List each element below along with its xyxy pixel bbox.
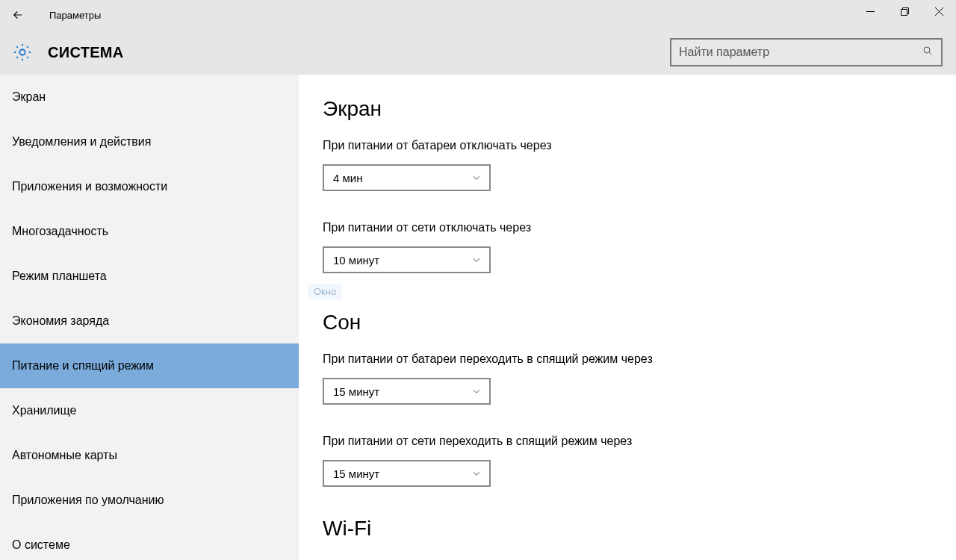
close-button[interactable] bbox=[922, 0, 956, 22]
sidebar-item-4[interactable]: Режим планшета bbox=[0, 254, 299, 299]
section-title-screen: Экран bbox=[323, 97, 956, 121]
sidebar-item-2[interactable]: Приложения и возможности bbox=[0, 164, 299, 209]
sleep-battery-value: 15 минут bbox=[333, 385, 379, 398]
titlebar: Параметры bbox=[0, 0, 956, 30]
header: СИСТЕМА bbox=[0, 30, 956, 75]
screen-ac-label: При питании от сети отключать через bbox=[323, 221, 956, 234]
svg-point-4 bbox=[19, 49, 25, 55]
search-box[interactable] bbox=[670, 38, 943, 66]
chevron-down-icon bbox=[471, 172, 482, 183]
sleep-ac-dropdown[interactable]: 15 минут bbox=[323, 460, 491, 487]
svg-point-5 bbox=[924, 47, 930, 53]
maximize-icon bbox=[901, 7, 909, 16]
screen-battery-dropdown[interactable]: 4 мин bbox=[323, 164, 491, 191]
window-controls bbox=[853, 0, 956, 22]
screen-ac-value: 10 минут bbox=[333, 254, 379, 267]
sidebar-item-10[interactable]: О системе bbox=[0, 523, 299, 560]
svg-line-6 bbox=[929, 52, 931, 55]
sleep-ac-value: 15 минут bbox=[333, 467, 379, 480]
screen-battery-label: При питании от батареи отключать через bbox=[323, 139, 956, 152]
sidebar-item-8[interactable]: Автономные карты bbox=[0, 433, 299, 478]
sleep-ac-label: При питании от сети переходить в спящий … bbox=[323, 435, 956, 448]
minimize-button[interactable] bbox=[853, 0, 887, 22]
screen-battery-value: 4 мин bbox=[333, 172, 363, 184]
sidebar-item-1[interactable]: Уведомления и действия bbox=[0, 119, 299, 164]
sidebar: ЭкранУведомления и действияПриложения и … bbox=[0, 75, 299, 560]
sidebar-item-3[interactable]: Многозадачность bbox=[0, 209, 299, 254]
maximize-button[interactable] bbox=[887, 0, 922, 22]
arrow-left-icon bbox=[11, 8, 25, 22]
content: Экран При питании от батареи отключать ч… bbox=[299, 75, 956, 560]
section-title-wifi: Wi-Fi bbox=[323, 517, 956, 541]
page-category-title: СИСТЕМА bbox=[48, 44, 124, 61]
sidebar-item-6[interactable]: Питание и спящий режим bbox=[0, 343, 299, 388]
sleep-battery-label: При питании от батареи переходить в спящ… bbox=[323, 352, 956, 366]
window-title: Параметры bbox=[49, 10, 101, 21]
search-input[interactable] bbox=[679, 46, 922, 59]
gear-icon bbox=[12, 42, 33, 63]
close-icon bbox=[935, 7, 943, 16]
sidebar-item-7[interactable]: Хранилище bbox=[0, 388, 299, 433]
minimize-icon bbox=[866, 7, 875, 16]
sidebar-item-9[interactable]: Приложения по умолчанию bbox=[0, 478, 299, 523]
chevron-down-icon bbox=[471, 255, 482, 265]
back-button[interactable] bbox=[0, 0, 36, 30]
chevron-down-icon bbox=[471, 468, 482, 479]
svg-rect-1 bbox=[901, 9, 907, 15]
sidebar-item-0[interactable]: Экран bbox=[0, 75, 299, 119]
chevron-down-icon bbox=[471, 386, 482, 396]
search-icon bbox=[922, 45, 934, 60]
sidebar-item-5[interactable]: Экономия заряда bbox=[0, 299, 299, 343]
screen-ac-dropdown[interactable]: 10 минут bbox=[323, 246, 491, 273]
section-title-sleep: Сон bbox=[323, 311, 956, 335]
sleep-battery-dropdown[interactable]: 15 минут bbox=[323, 378, 491, 405]
